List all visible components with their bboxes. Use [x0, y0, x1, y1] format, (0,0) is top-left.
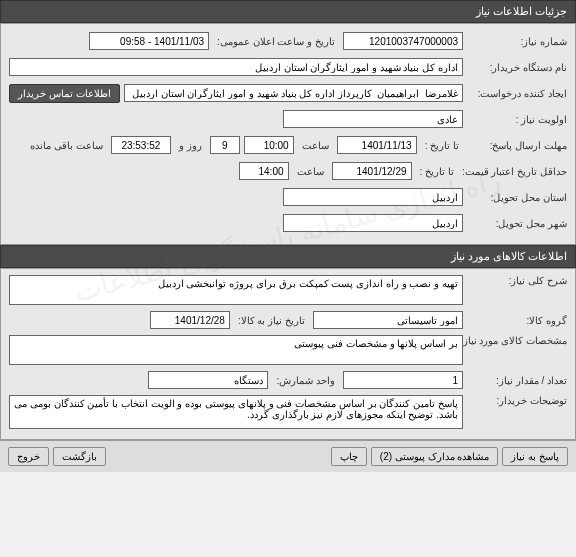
desc-label: شرح کلی نیاز: [467, 275, 567, 286]
datetime-field[interactable] [89, 32, 209, 50]
price-validity-date-field[interactable] [332, 162, 412, 180]
qty-field[interactable] [343, 371, 463, 389]
goods-info-panel: راه اندازی سامانه پاسخگویی اطلاعات شرح ک… [0, 268, 576, 440]
datetime-label: تاریخ و ساعت اعلان عمومی: [213, 36, 339, 47]
unit-field[interactable] [148, 371, 268, 389]
deadline-label: مهلت ارسال پاسخ: [467, 140, 567, 151]
to-date-label-1: تا تاریخ : [421, 140, 463, 151]
days-remaining-field [210, 136, 240, 154]
priority-field[interactable] [283, 110, 463, 128]
to-date-label-2: تا تاریخ : [416, 166, 458, 177]
group-field[interactable] [313, 311, 463, 329]
time-label-2: ساعت [293, 166, 328, 177]
exit-button[interactable]: خروج [8, 447, 49, 466]
group-label: گروه کالا: [467, 315, 567, 326]
days-and-label: روز و [175, 140, 206, 151]
desc-field[interactable] [9, 275, 463, 305]
deadline-date-field[interactable] [337, 136, 417, 154]
respond-button[interactable]: پاسخ به نیاز [502, 447, 568, 466]
back-button[interactable]: بازگشت [53, 447, 106, 466]
price-validity-time-field[interactable] [239, 162, 289, 180]
delivery-province-label: استان محل تحویل: [467, 192, 567, 203]
spec-field[interactable] [9, 335, 463, 365]
buyer-org-field[interactable] [9, 58, 463, 76]
buyer-notes-label: توضیحات خریدار: [467, 395, 567, 406]
need-info-header: جزئیات اطلاعات نیاز [0, 0, 576, 23]
buyer-contact-button[interactable]: اطلاعات تماس خریدار [9, 84, 120, 103]
remaining-label: ساعت باقی مانده [26, 140, 107, 151]
goods-info-header: اطلاعات کالاهای مورد نیاز [0, 245, 576, 268]
requester-label: ایجاد کننده درخواست: [467, 88, 567, 99]
time-remaining-field [111, 136, 171, 154]
buyer-org-label: نام دستگاه خریدار: [467, 62, 567, 73]
need-number-label: شماره نیاز: [467, 36, 567, 47]
delivery-city-label: شهر محل تحویل: [467, 218, 567, 229]
delivery-province-field[interactable] [283, 188, 463, 206]
need-info-panel: شماره نیاز: تاریخ و ساعت اعلان عمومی: نا… [0, 23, 576, 245]
buyer-notes-field[interactable] [9, 395, 463, 429]
time-label-1: ساعت [298, 140, 333, 151]
price-validity-label: حداقل تاریخ اعتبار قیمت: [462, 166, 567, 177]
requester-field[interactable] [124, 84, 463, 102]
need-date-label: تاریخ نیاز به کالا: [234, 315, 309, 326]
delivery-city-field[interactable] [283, 214, 463, 232]
attachments-button[interactable]: مشاهده مدارک پیوستی (2) [371, 447, 499, 466]
deadline-time-field[interactable] [244, 136, 294, 154]
bottom-toolbar: پاسخ به نیاز مشاهده مدارک پیوستی (2) چاپ… [0, 440, 576, 472]
need-number-field[interactable] [343, 32, 463, 50]
need-date-field[interactable] [150, 311, 230, 329]
priority-label: اولویت نیاز : [467, 114, 567, 125]
spec-label: مشخصات کالای مورد نیاز: [467, 335, 567, 346]
unit-label: واحد شمارش: [272, 375, 339, 386]
qty-label: تعداد / مقدار نیاز: [467, 375, 567, 386]
print-button[interactable]: چاپ [331, 447, 367, 466]
